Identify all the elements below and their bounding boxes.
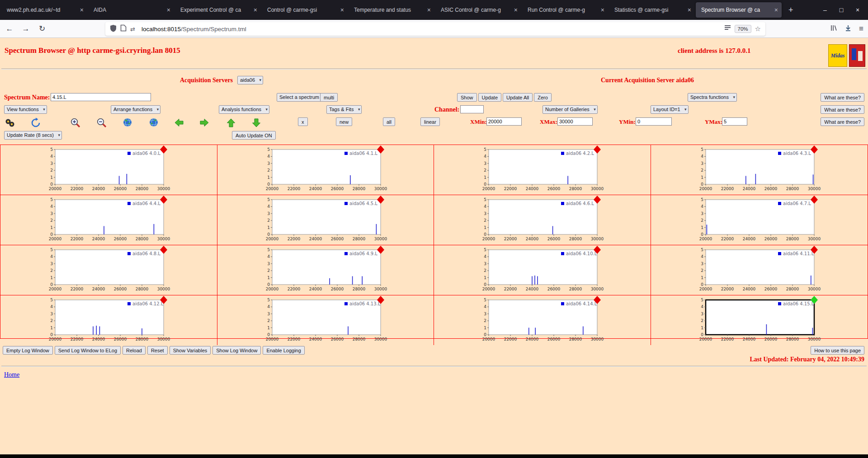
spectrum-plot-aida06-4-3-l[interactable]: 012345200002200024000260002800030000aida… xyxy=(651,145,868,195)
svg-text:1: 1 xyxy=(267,276,270,280)
tab-spectrum-browser-ca[interactable]: Spectrum Browser @ ca× xyxy=(696,2,782,18)
layout-id-select[interactable]: Layout ID=1▾ xyxy=(651,105,689,114)
arrow-right-icon[interactable] xyxy=(199,117,210,128)
spectrum-plot-aida06-4-2-l[interactable]: 012345200002200024000260002800030000aida… xyxy=(434,145,651,195)
arrow-left-icon[interactable] xyxy=(174,117,184,128)
tab-control-carme-gsi[interactable]: Control @ carme-gsi× xyxy=(262,2,348,18)
tab-experiment-control-ca[interactable]: Experiment Control @ ca× xyxy=(175,2,261,18)
multi-button[interactable]: multi xyxy=(320,93,338,102)
spectrum-plot-aida06-4-1-l[interactable]: 012345200002200024000260002800030000aida… xyxy=(217,145,434,195)
spectrum-plot-aida06-4-4-l[interactable]: 012345200002200024000260002800030000aida… xyxy=(0,195,217,245)
paw-icon[interactable] xyxy=(5,117,15,128)
tab-close-icon[interactable]: × xyxy=(514,7,518,13)
tab-asic-control-carme-g[interactable]: ASIC Control @ carme-g× xyxy=(435,2,521,18)
shield-icon[interactable] xyxy=(110,24,117,34)
back-button[interactable]: ← xyxy=(3,24,16,33)
reload-button[interactable]: ↻ xyxy=(35,24,49,33)
zero-button[interactable]: Zero xyxy=(534,93,552,102)
arrange-functions-select[interactable]: Arrange functions▾ xyxy=(111,105,160,114)
minimize-button[interactable]: – xyxy=(821,6,829,14)
linear-button[interactable]: linear xyxy=(420,117,440,126)
tab-close-icon[interactable]: × xyxy=(774,7,778,13)
svg-text:1: 1 xyxy=(701,276,703,280)
spectrum-plot-aida06-4-13-l[interactable]: 012345200002200024000260002800030000aida… xyxy=(217,295,434,345)
analysis-functions-select[interactable]: Analysis functions▾ xyxy=(219,105,269,114)
what-are-these-button-2[interactable]: What are these? xyxy=(821,105,864,114)
reader-mode-icon[interactable] xyxy=(724,25,731,33)
tab-close-icon[interactable]: × xyxy=(688,7,691,13)
download-icon[interactable] xyxy=(844,24,852,33)
reload-button[interactable]: Reload xyxy=(123,346,146,355)
library-icon[interactable] xyxy=(830,24,837,33)
enable-logging-button[interactable]: Enable Logging xyxy=(263,346,304,355)
xmax-input[interactable] xyxy=(557,117,593,126)
spectrum-plot-aida06-4-12-l[interactable]: 012345200002200024000260002800030000aida… xyxy=(0,295,217,345)
channel-input[interactable] xyxy=(460,105,484,113)
what-are-these-button-1[interactable]: What are these? xyxy=(821,93,864,102)
zoom-indicator[interactable]: 70% xyxy=(735,25,751,33)
tab-close-icon[interactable]: × xyxy=(80,7,84,13)
new-tab-button[interactable]: + xyxy=(784,5,798,16)
spectrum-name-input[interactable] xyxy=(51,93,151,101)
spectra-functions-select[interactable]: Spectra functions▾ xyxy=(688,93,737,102)
url-bar[interactable]: ⇄ localhost:8015/Spectrum/Spectrum.tml 7… xyxy=(105,22,765,36)
spectrum-plot-aida06-4-11-l[interactable]: 012345200002200024000260002800030000aida… xyxy=(651,245,868,295)
new-button[interactable]: new xyxy=(336,117,352,126)
arrow-up-icon[interactable] xyxy=(226,117,237,128)
spectrum-plot-aida06-4-6-l[interactable]: 012345200002200024000260002800030000aida… xyxy=(434,195,651,245)
ymax-input[interactable] xyxy=(722,117,747,126)
tab-close-icon[interactable]: × xyxy=(601,7,604,13)
galleries-select[interactable]: Number of Galleries▾ xyxy=(542,105,598,114)
tab-close-icon[interactable]: × xyxy=(254,7,257,13)
zoom-in-icon[interactable] xyxy=(70,117,81,128)
bookmark-star-icon[interactable]: ☆ xyxy=(755,25,761,33)
spectrum-plot-aida06-4-10-l[interactable]: 012345200002200024000260002800030000aida… xyxy=(434,245,651,295)
send-log-window-to-elog-button[interactable]: Send Log Window to ELog xyxy=(55,346,121,355)
update-rate-select[interactable]: Update Rate (8 secs)▾ xyxy=(4,131,62,140)
page-info-icon[interactable] xyxy=(120,24,127,33)
xmin-input[interactable] xyxy=(486,117,522,126)
spectrum-plot-aida06-4-9-l[interactable]: 012345200002200024000260002800030000aida… xyxy=(217,245,434,295)
globe-alt-icon[interactable] xyxy=(149,117,160,128)
acquisition-server-select[interactable]: aida06▾ xyxy=(237,76,263,84)
menu-icon[interactable]: ≡ xyxy=(859,24,863,33)
tags-fits-select[interactable]: Tags & Fits▾ xyxy=(326,105,362,114)
show-variables-button[interactable]: Show Variables xyxy=(170,346,211,355)
x-button[interactable]: x xyxy=(298,117,308,126)
tab-temperature-and-status[interactable]: Temperature and status× xyxy=(349,2,434,18)
show-log-window-button[interactable]: Show Log Window xyxy=(212,346,261,355)
tab-close-icon[interactable]: × xyxy=(340,7,344,13)
update-all-button[interactable]: Update All xyxy=(503,93,533,102)
tab-close-icon[interactable]: × xyxy=(427,7,431,13)
spectrum-plot-aida06-4-15-l[interactable]: 012345200002200024000260002800030000aida… xyxy=(651,295,868,345)
maximize-button[interactable]: □ xyxy=(837,6,845,14)
spectrum-plot-aida06-4-5-l[interactable]: 012345200002200024000260002800030000aida… xyxy=(217,195,434,245)
zoom-out-icon[interactable] xyxy=(96,117,107,128)
tab-statistics-carme-gsi[interactable]: Statistics @ carme-gsi× xyxy=(609,2,695,18)
spectrum-plot-aida06-4-7-l[interactable]: 012345200002200024000260002800030000aida… xyxy=(651,195,868,245)
home-link[interactable]: Home xyxy=(4,371,19,379)
spectrum-plot-aida06-4-8-l[interactable]: 012345200002200024000260002800030000aida… xyxy=(0,245,217,295)
auto-update-button[interactable]: Auto Update ON xyxy=(232,131,276,140)
reset-button[interactable]: Reset xyxy=(147,346,168,355)
update-button[interactable]: Update xyxy=(478,93,501,102)
globe-icon[interactable] xyxy=(123,117,133,128)
close-button[interactable]: × xyxy=(854,6,862,14)
what-are-these-button-3[interactable]: What are these? xyxy=(821,117,864,126)
ymin-input[interactable] xyxy=(636,117,672,126)
tab-www2-ph-ed-ac-uk-td[interactable]: www2.ph.ed.ac.uk/~td× xyxy=(1,2,87,18)
tab-close-icon[interactable]: × xyxy=(167,7,170,13)
empty-log-window-button[interactable]: Empty Log Window xyxy=(3,346,53,355)
arrow-down-icon[interactable] xyxy=(251,117,262,128)
permissions-icon[interactable]: ⇄ xyxy=(130,26,135,33)
spectrum-plot-aida06-4-14-l[interactable]: 012345200002200024000260002800030000aida… xyxy=(434,295,651,345)
tab-aida[interactable]: AIDA× xyxy=(88,2,174,18)
spectrum-plot-aida06-4-0-l[interactable]: 012345200002200024000260002800030000aida… xyxy=(0,145,217,195)
refresh-icon[interactable] xyxy=(30,117,41,128)
forward-button[interactable]: → xyxy=(19,24,33,33)
how-to-use-button[interactable]: How to use this page xyxy=(811,346,864,355)
show-button[interactable]: Show xyxy=(457,93,477,102)
view-functions-select[interactable]: View functions▾ xyxy=(4,105,47,114)
all-button[interactable]: all xyxy=(383,117,395,126)
tab-run-control-carme-g[interactable]: Run Control @ carme-g× xyxy=(522,2,608,18)
